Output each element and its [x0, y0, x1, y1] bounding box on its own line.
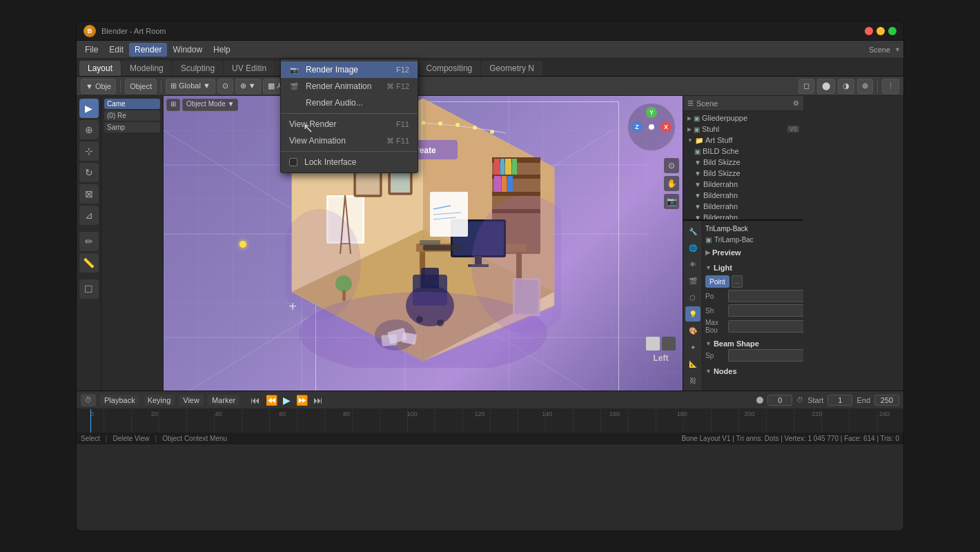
tool-scale[interactable]: ⊠: [79, 184, 99, 204]
mode-selector[interactable]: ▼ Obje: [81, 79, 116, 94]
prop-icon-view[interactable]: 👁: [685, 257, 700, 272]
tool-select[interactable]: ▶: [79, 99, 99, 118]
view-square-active[interactable]: [646, 337, 660, 351]
menu-render[interactable]: Render: [129, 43, 167, 57]
vp-editor-type[interactable]: ⊞: [166, 99, 180, 111]
menu-file[interactable]: File: [79, 43, 104, 57]
prop-icon-physics[interactable]: 📐: [685, 356, 700, 371]
prop-icon-material[interactable]: 🎨: [685, 323, 700, 338]
beam-spread-input[interactable]: [728, 349, 803, 362]
timeline-keying[interactable]: Keying: [144, 395, 175, 406]
tab-layout[interactable]: Layout: [79, 61, 121, 76]
viewport-options[interactable]: ⋮: [882, 79, 899, 94]
tool-annotate[interactable]: ✏: [79, 232, 99, 251]
prop-icon-render[interactable]: 🔧: [685, 224, 700, 239]
viewport-shading-material[interactable]: ◑: [838, 79, 854, 94]
dropdown-render-image[interactable]: 📷 Render Image F12: [281, 61, 418, 78]
viewport-shading-wire[interactable]: ◻: [798, 79, 814, 94]
prop-icon-world[interactable]: ⬡: [685, 290, 700, 305]
dropdown-render-audio[interactable]: Render Audio...: [281, 95, 418, 111]
vp-object-mode[interactable]: Object Mode ▼: [182, 99, 238, 111]
tab-modeling[interactable]: Modeling: [121, 61, 172, 76]
transport-to-start[interactable]: ⏮: [249, 393, 262, 407]
tool-cursor[interactable]: ⊕: [79, 120, 99, 139]
transport-play[interactable]: ▶: [282, 393, 292, 407]
transport-jump-back[interactable]: ⏪: [264, 393, 279, 407]
dropdown-view-render[interactable]: View Render F11: [281, 116, 418, 132]
end-frame-input[interactable]: [874, 395, 899, 406]
tab-uv-editing[interactable]: UV Editin: [224, 61, 275, 76]
menu-window[interactable]: Window: [167, 43, 208, 57]
gizmo-x-axis[interactable]: X: [660, 121, 672, 132]
view-square-inactive[interactable]: [662, 337, 676, 351]
timeline-playback[interactable]: Playback: [100, 395, 139, 406]
dropdown-lock-interface[interactable]: Lock Interface: [281, 154, 418, 170]
timeline-playhead[interactable]: [90, 409, 91, 433]
prop-icon-scene[interactable]: 🎬: [685, 273, 700, 288]
outliner-bilderrahmen-1[interactable]: ▼ Bilderrahn: [683, 179, 803, 190]
minimize-button[interactable]: [876, 27, 885, 35]
light-maxbounce-input[interactable]: [728, 320, 803, 333]
outliner-bild-sche[interactable]: ▣ BILD Sche: [683, 146, 803, 157]
dropdown-view-animation[interactable]: View Animation ⌘ F11: [281, 132, 418, 149]
transport-to-end[interactable]: ⏭: [312, 393, 324, 407]
scene-selector[interactable]: Scene: [865, 46, 894, 54]
close-button[interactable]: [865, 27, 873, 35]
outliner-art-stuff[interactable]: ▼ 📁 Art Stuff: [683, 135, 803, 146]
light-type-point[interactable]: Point: [705, 275, 729, 288]
pivot-point[interactable]: ⊙: [217, 79, 233, 94]
transform-global[interactable]: ⊞ Global ▼: [166, 79, 215, 94]
viewport-shading-solid[interactable]: ⬤: [817, 79, 835, 94]
dropdown-render-animation[interactable]: 🎬 Render Animation ⌘ F12: [281, 78, 418, 95]
timeline-marker[interactable]: Marker: [208, 395, 239, 406]
prop-icon-constraints[interactable]: ⛓: [685, 373, 700, 388]
light-shadow-input[interactable]: [728, 304, 803, 317]
maximize-button[interactable]: [888, 27, 896, 35]
timeline-editor-type[interactable]: ⏱: [81, 394, 96, 406]
scene-dropdown-icon[interactable]: ▼: [894, 46, 901, 53]
tool-add-cube[interactable]: ☐: [79, 279, 99, 299]
tab-geometry-nodes[interactable]: Geometry N: [481, 61, 542, 76]
zoom-to-fit[interactable]: ⊙: [664, 158, 679, 173]
outliner-options[interactable]: ⚙: [793, 99, 799, 107]
menu-help[interactable]: Help: [208, 43, 236, 57]
outliner-bilderrahmen-4[interactable]: ▼ Bilderrahn: [683, 212, 803, 220]
start-frame-input[interactable]: [827, 395, 852, 406]
outliner-bild-skizze-1[interactable]: ▼ Bild Skizze: [683, 157, 803, 168]
outliner-bilderrahmen-3[interactable]: ▼ Bilderrahn: [683, 201, 803, 212]
left-prop-samples[interactable]: Samp: [104, 122, 160, 132]
prop-icon-object-data[interactable]: 💡: [685, 306, 700, 322]
tool-move[interactable]: ⊹: [79, 141, 99, 161]
gizmo-z-axis[interactable]: Z: [631, 121, 643, 132]
viewport-shading-render[interactable]: ⊛: [857, 79, 873, 94]
light-power-input[interactable]: [728, 290, 803, 302]
viewport-3d[interactable]: ⊞ Object Mode ▼: [164, 96, 683, 391]
left-prop-render[interactable]: (0) Re: [104, 110, 160, 121]
toggle-camera[interactable]: 📷: [664, 194, 679, 209]
tab-compositing[interactable]: Compositing: [418, 61, 481, 76]
frame-indicator-dot[interactable]: [756, 397, 763, 404]
timeline-track[interactable]: 0 20 40 60 80 100 120 140 160 180 200 22…: [77, 409, 903, 433]
light-type-more[interactable]: ...: [732, 275, 743, 288]
outliner-bilderrahmen-2[interactable]: ▼ Bilderrahn: [683, 190, 803, 201]
prop-icon-output[interactable]: 🌐: [685, 240, 700, 255]
snap-toggle[interactable]: ⊕ ▼: [235, 79, 261, 94]
outliner-bild-skizze-2[interactable]: ▼ Bild Skizze: [683, 168, 803, 179]
lock-interface-checkbox[interactable]: [289, 158, 297, 166]
tool-measure[interactable]: 📏: [79, 253, 99, 273]
prop-icon-particles[interactable]: ✦: [685, 339, 700, 355]
transport-jump-fwd[interactable]: ⏩: [295, 393, 309, 407]
prop-section-preview-header[interactable]: ▶ Preview: [705, 247, 801, 258]
outliner-gliederpuppe[interactable]: ▶ ▣ Gliederpuppe: [683, 112, 803, 124]
outliner-stuhl[interactable]: ▶ ▣ Stuhl V5: [683, 124, 803, 135]
pan-view[interactable]: ✋: [664, 176, 679, 191]
prop-section-light-header[interactable]: ▼ Light: [705, 262, 801, 273]
current-frame-input[interactable]: [767, 395, 792, 406]
object-menu[interactable]: Object: [125, 79, 157, 94]
3d-cursor[interactable]: [284, 298, 301, 315]
prop-section-nodes-header[interactable]: ▼ Nodes: [705, 366, 801, 377]
tool-transform[interactable]: ⊿: [79, 206, 99, 225]
timeline-view[interactable]: View: [179, 395, 204, 406]
menu-edit[interactable]: Edit: [104, 43, 129, 57]
left-prop-camera[interactable]: Came: [104, 99, 160, 109]
